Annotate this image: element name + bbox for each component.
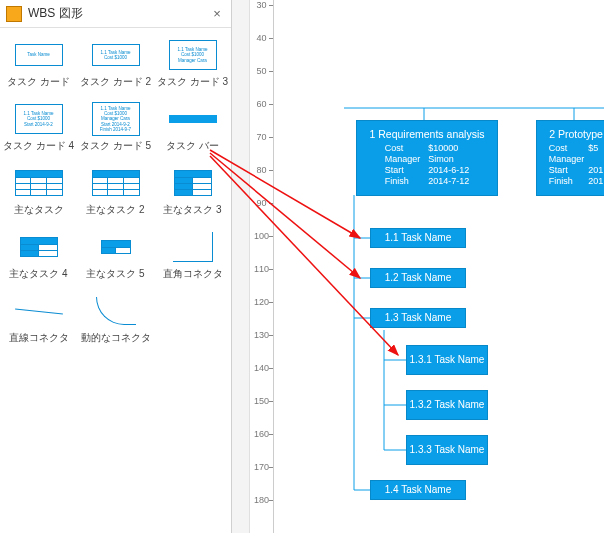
node-field-label: Start [549,165,585,176]
node-label: 1.2 Task Name [385,272,452,285]
shape-grid: Task Name タスク カード 1.1 Task Name Cost $10… [0,28,231,356]
node-title: 2 Prototype [549,128,603,140]
node-label: 1.3.3 Task Name [410,444,485,457]
node-field-label: Start [385,165,421,176]
node-label: 1.3 Task Name [385,312,452,325]
ruler-tick: 50 [250,66,273,76]
node-1-2[interactable]: 1.2 Task Name [370,268,466,288]
shape-dynamic-connector[interactable]: 動的なコネクタ [81,294,151,356]
node-1-3-1[interactable]: 1.3.1 Task Name [406,345,488,375]
node-field-label: Manager [385,154,421,165]
node-field-value: $5 [588,143,603,154]
shape-label: 主なタスク 4 [9,268,67,280]
shape-main-task-3[interactable]: 主なタスク 3 [158,166,228,228]
diagram-area[interactable]: 1 Requirements analysis Cost$10000 Manag… [274,0,604,533]
shape-straight-connector[interactable]: 直線コネクタ [4,294,74,356]
thumb-text: Manager Cara [178,58,207,63]
node-label: 1.1 Task Name [385,232,452,245]
ruler-tick: 180 [250,495,273,505]
close-icon[interactable]: × [209,6,225,21]
vertical-ruler: 30 40 50 60 70 80 90 100 110 120 130 140… [250,0,274,533]
node-field-value: 201 [588,165,603,176]
node-1-4[interactable]: 1.4 Task Name [370,480,466,500]
thumb-text: Finish 2014-9-7 [100,127,131,132]
node-title: 1 Requirements analysis [370,128,485,140]
shape-task-card-5[interactable]: 1.1 Task Name Cost $1000 Manager Cara St… [81,102,151,164]
node-label: 1.3.2 Task Name [410,399,485,412]
shape-label: 主なタスク [14,204,64,216]
shape-label: タスク カード 5 [80,140,151,152]
shape-label: タスク カード 4 [3,140,74,152]
shape-main-task-1[interactable]: 主なタスク [4,166,74,228]
node-field-label: Manager [549,154,585,165]
ruler-tick: 70 [250,132,273,142]
shape-label: タスク カード [7,76,70,88]
ruler-tick: 160 [250,429,273,439]
panel-icon [6,6,22,22]
shape-task-card-2[interactable]: 1.1 Task Name Cost $1000 タスク カード 2 [81,38,151,100]
ruler-tick: 80 [250,165,273,175]
canvas[interactable]: 30 40 50 60 70 80 90 100 110 120 130 140… [232,0,604,533]
shape-task-bar[interactable]: タスク バー [158,102,228,164]
shapes-panel: WBS 図形 × Task Name タスク カード 1.1 Task Name… [0,0,232,533]
shape-empty [158,294,228,356]
shape-label: 直線コネクタ [9,332,69,344]
node-field-value: 201 [588,176,603,187]
ruler-tick: 170 [250,462,273,472]
ruler-tick: 130 [250,330,273,340]
node-field-value: 2014-7-12 [428,176,469,187]
node-field-label: Cost [549,143,585,154]
shape-label: タスク カード 2 [80,76,151,88]
scroll-gutter[interactable] [232,0,250,533]
node-field-label: Finish [385,176,421,187]
shape-main-task-5[interactable]: 主なタスク 5 [81,230,151,292]
shape-label: 主なタスク 5 [86,268,144,280]
node-label: 1.3.1 Task Name [410,354,485,367]
shape-label: タスク バー [166,140,219,152]
shape-label: 主なタスク 3 [163,204,221,216]
ruler-tick: 30 [250,0,273,10]
ruler-tick: 120 [250,297,273,307]
ruler-tick: 90 [250,198,273,208]
node-1-1[interactable]: 1.1 Task Name [370,228,466,248]
shape-task-card-3[interactable]: 1.1 Task Name Cost $1000 Manager Cara タス… [158,38,228,100]
node-field-label: Finish [549,176,585,187]
ruler-tick: 110 [250,264,273,274]
node-1-3-2[interactable]: 1.3.2 Task Name [406,390,488,420]
shape-main-task-2[interactable]: 主なタスク 2 [81,166,151,228]
shape-label: 直角コネクタ [163,268,223,280]
node-prototype[interactable]: 2 Prototype Cost$5 Manager Start201 Fini… [536,120,604,196]
shape-label: タスク カード 3 [157,76,228,88]
panel-header: WBS 図形 × [0,0,231,28]
ruler-tick: 140 [250,363,273,373]
shape-task-card-1[interactable]: Task Name タスク カード [4,38,74,100]
shape-main-task-4[interactable]: 主なタスク 4 [4,230,74,292]
node-field-value: 2014-6-12 [428,165,469,176]
thumb-text: Start 2014-9-2 [24,122,53,127]
node-1-3[interactable]: 1.3 Task Name [370,308,466,328]
thumb-text: Cost $1000 [104,55,127,60]
ruler-tick: 150 [250,396,273,406]
ruler-tick: 60 [250,99,273,109]
shape-task-card-4[interactable]: 1.1 Task Name Cost $1000 Start 2014-9-2 … [4,102,74,164]
ruler-tick: 40 [250,33,273,43]
node-field-value [588,154,603,165]
shape-right-angle-connector[interactable]: 直角コネクタ [158,230,228,292]
ruler-tick: 100 [250,231,273,241]
node-1-3-3[interactable]: 1.3.3 Task Name [406,435,488,465]
node-requirements[interactable]: 1 Requirements analysis Cost$10000 Manag… [356,120,498,196]
node-field-label: Cost [385,143,421,154]
node-field-value: $10000 [428,143,469,154]
shape-label: 動的なコネクタ [81,332,151,344]
node-field-value: Simon [428,154,469,165]
node-label: 1.4 Task Name [385,484,452,497]
shape-label: 主なタスク 2 [86,204,144,216]
thumb-text: Task Name [27,52,50,57]
panel-title: WBS 図形 [28,5,209,22]
